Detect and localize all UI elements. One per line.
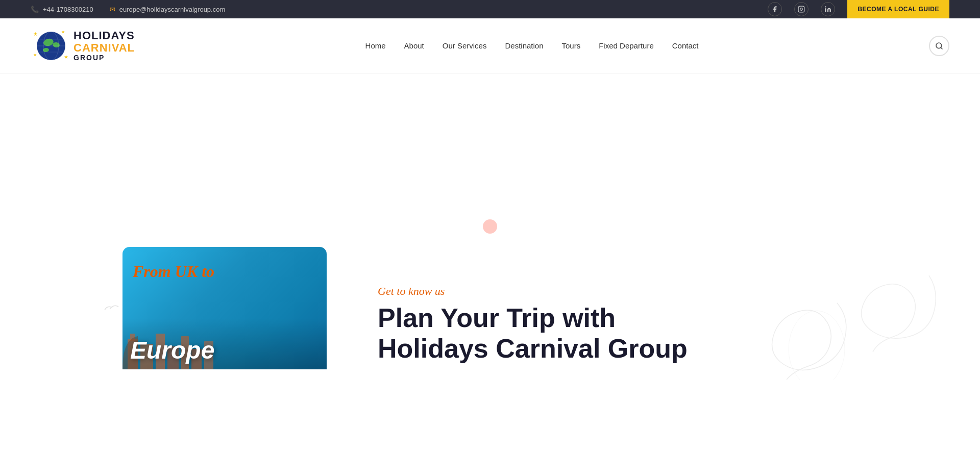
phone-number[interactable]: +44-1708300210 [43,6,93,13]
svg-rect-2 [825,8,826,12]
top-bar-right: BECOME A LOCAL GUIDE [768,0,949,18]
svg-point-3 [825,6,826,7]
main-content: From UK to Europe Get to know us Plan Yo… [0,73,980,380]
nav-home[interactable]: Home [365,41,386,50]
europe-label: Europe [130,336,214,364]
svg-rect-0 [799,6,805,12]
email-item: ✉ europe@holidayscarnivalgroup.com [110,6,226,13]
top-bar: 📞 +44-1708300210 ✉ europe@holidayscarniv… [0,0,980,18]
nav-contact[interactable]: Contact [672,41,699,50]
instagram-icon[interactable] [794,2,808,16]
get-to-know-label: Get to know us [378,285,704,298]
hero-text: Get to know us Plan Your Trip with Holid… [378,285,704,380]
svg-text:★: ★ [33,31,38,37]
email-address[interactable]: europe@holidayscarnivalgroup.com [119,6,226,13]
svg-point-27 [789,311,845,380]
svg-text:★: ★ [33,53,37,57]
nav-destination[interactable]: Destination [505,41,543,50]
facebook-icon[interactable] [768,2,782,16]
decorative-swirl-bottom [755,278,857,380]
header: ★ ★ ★ ★ HOLIDAYS CARNIVAL GROUP [0,18,980,73]
nav-about[interactable]: About [404,41,424,50]
top-bar-contact: 📞 +44-1708300210 ✉ europe@holidayscarniv… [31,6,225,13]
hero-heading: Plan Your Trip with Holidays Carnival Gr… [378,303,704,364]
become-guide-button[interactable]: BECOME A LOCAL GUIDE [847,0,949,18]
logo-text: HOLIDAYS CARNIVAL GROUP [74,30,135,62]
linkedin-icon[interactable] [821,2,835,16]
nav-tours[interactable]: Tours [562,41,581,50]
email-icon: ✉ [110,6,115,13]
nav-fixed-departure[interactable]: Fixed Departure [599,41,654,50]
main-nav: Home About Our Services Destination Tour… [365,41,699,50]
logo[interactable]: ★ ★ ★ ★ HOLIDAYS CARNIVAL GROUP [31,26,135,66]
search-button[interactable] [929,36,949,56]
phone-icon: 📞 [31,6,39,13]
svg-text:★: ★ [61,30,65,34]
nav-our-services[interactable]: Our Services [443,41,487,50]
logo-holidays: HOLIDAYS [74,30,135,42]
phone-item: 📞 +44-1708300210 [31,6,93,13]
logo-globe-icon: ★ ★ ★ ★ [31,26,71,66]
svg-text:★: ★ [64,54,68,60]
svg-line-18 [941,47,942,49]
logo-carnival: CARNIVAL [74,42,135,54]
logo-group: GROUP [74,54,135,62]
loading-indicator [483,219,497,234]
hero-image-card: From UK to Europe [122,247,327,380]
from-uk-text: From UK to [133,262,214,281]
